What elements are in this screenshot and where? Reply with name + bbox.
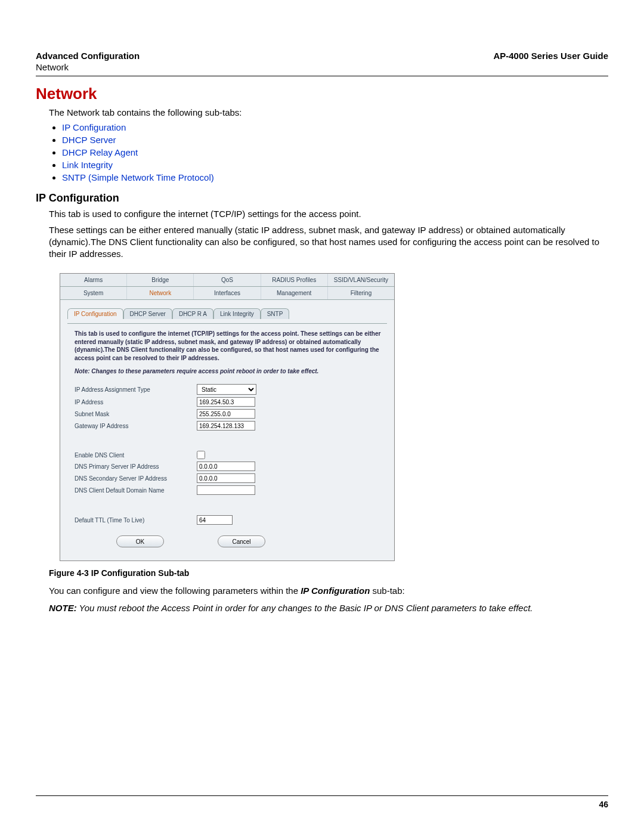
tab-management[interactable]: Management <box>261 287 328 299</box>
tab-description: This tab is used to configure the intern… <box>75 330 383 362</box>
tab-alarms[interactable]: Alarms <box>60 274 127 286</box>
link-link-integrity[interactable]: Link Integrity <box>62 160 113 170</box>
header-right-title: AP-4000 Series User Guide <box>493 51 608 61</box>
label-dns-secondary: DNS Secondary Server IP Address <box>75 475 197 482</box>
figure-caption: Figure 4-3 IP Configuration Sub-tab <box>49 568 608 578</box>
input-gateway[interactable] <box>197 421 255 431</box>
subtab-link-integrity[interactable]: Link Integrity <box>213 308 261 319</box>
subtab-dhcp-server[interactable]: DHCP Server <box>123 308 172 319</box>
config-panel: Alarms Bridge QoS RADIUS Profiles SSID/V… <box>60 273 395 561</box>
link-dhcp-server[interactable]: DHCP Server <box>62 135 116 145</box>
post-figure-p1: You can configure and view the following… <box>49 585 608 597</box>
header-left-title: Advanced Configuration <box>36 51 140 61</box>
label-gateway: Gateway IP Address <box>75 423 197 429</box>
input-dns-primary[interactable] <box>197 462 255 471</box>
input-dns-secondary[interactable] <box>197 473 255 483</box>
page-number: 46 <box>36 800 608 809</box>
section-title: Network <box>36 85 608 103</box>
tab-note: Note: Changes to these parameters requir… <box>75 368 383 374</box>
label-ttl: Default TTL (Time To Live) <box>75 517 197 524</box>
list-item: DHCP Relay Agent <box>62 147 608 157</box>
tab-filtering[interactable]: Filtering <box>328 287 394 299</box>
cancel-button[interactable]: Cancel <box>218 535 265 547</box>
label-subnet-mask: Subnet Mask <box>75 411 197 417</box>
page-footer: 46 <box>36 791 608 809</box>
section-intro: The Network tab contains the following s… <box>49 107 608 119</box>
label-ip-address: IP Address <box>75 399 197 405</box>
note-lead: NOTE: <box>49 603 77 613</box>
subtab-sntp[interactable]: SNTP <box>261 308 290 319</box>
header-rule <box>36 76 608 76</box>
subtab-ip-configuration[interactable]: IP Configuration <box>67 308 123 319</box>
list-item: IP Configuration <box>62 122 608 132</box>
ip-config-p1: This tab is used to configure the intern… <box>49 208 608 220</box>
input-ttl[interactable] <box>197 515 233 525</box>
tab-system[interactable]: System <box>60 287 127 299</box>
subtab-dhcp-ra[interactable]: DHCP R A <box>172 308 213 319</box>
note-body: You must reboot the Access Point in orde… <box>77 603 533 613</box>
label-dns-primary: DNS Primary Server IP Address <box>75 463 197 470</box>
subtab-link-list: IP Configuration DHCP Server DHCP Relay … <box>62 122 608 182</box>
top-tabs-row-2: System Network Interfaces Management Fil… <box>60 287 394 300</box>
sub-tabs: IP Configuration DHCP Server DHCP R A Li… <box>67 308 387 319</box>
label-enable-dns: Enable DNS Client <box>75 452 197 459</box>
tab-bridge[interactable]: Bridge <box>127 274 194 286</box>
header-left-sub: Network <box>36 62 608 72</box>
tab-ssid-vlan-security[interactable]: SSID/VLAN/Security <box>328 274 394 286</box>
note-block: NOTE: You must reboot the Access Point i… <box>49 602 608 614</box>
select-ip-assignment[interactable]: Static <box>197 384 256 395</box>
label-ip-assignment: IP Address Assignment Type <box>75 386 197 393</box>
input-ip-address[interactable] <box>197 397 255 407</box>
ok-button[interactable]: OK <box>116 535 164 547</box>
list-item: DHCP Server <box>62 135 608 145</box>
input-dns-domain[interactable] <box>197 485 255 495</box>
link-sntp[interactable]: SNTP (Simple Network Time Protocol) <box>62 172 214 182</box>
link-dhcp-relay-agent[interactable]: DHCP Relay Agent <box>62 147 138 157</box>
input-subnet-mask[interactable] <box>197 409 255 419</box>
tab-interfaces[interactable]: Interfaces <box>194 287 261 299</box>
link-ip-configuration[interactable]: IP Configuration <box>62 122 126 132</box>
ip-config-heading: IP Configuration <box>36 192 608 205</box>
tab-qos[interactable]: QoS <box>194 274 261 286</box>
ip-config-p2: These settings can be either entered man… <box>49 224 608 261</box>
top-tabs-row-1: Alarms Bridge QoS RADIUS Profiles SSID/V… <box>60 274 394 287</box>
label-dns-domain: DNS Client Default Domain Name <box>75 487 197 494</box>
list-item: SNTP (Simple Network Time Protocol) <box>62 172 608 182</box>
tab-radius-profiles[interactable]: RADIUS Profiles <box>261 274 328 286</box>
tab-network[interactable]: Network <box>127 287 194 299</box>
checkbox-enable-dns[interactable] <box>197 451 205 459</box>
list-item: Link Integrity <box>62 160 608 170</box>
